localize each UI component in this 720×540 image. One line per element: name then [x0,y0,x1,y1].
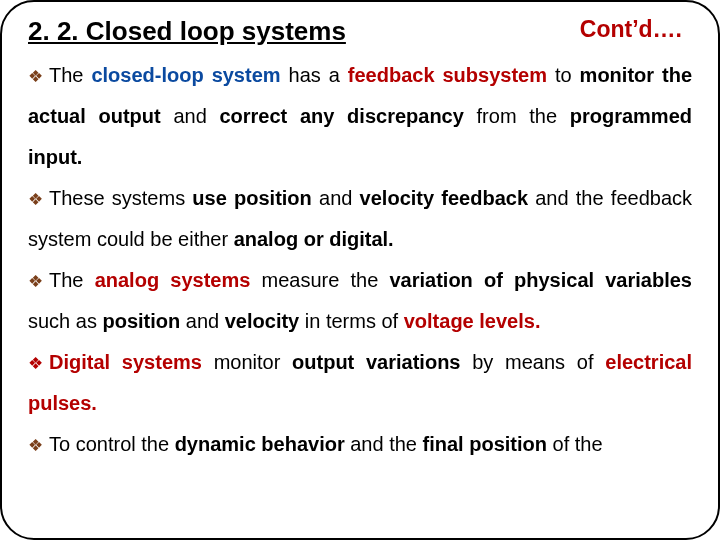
text: of the [547,433,603,455]
term-use-position: use position [192,187,311,209]
bullet-paragraph-4: ❖Digital systems monitor output variatio… [28,342,692,424]
diamond-bullet-icon: ❖ [28,60,49,95]
text: in terms of [299,310,403,332]
slide-header: 2. 2. Closed loop systems Cont’d…. [28,16,692,47]
term-velocity-feedback: velocity feedback [360,187,528,209]
term-correct-discrepancy: correct any discrepancy [219,105,463,127]
text: The [49,64,91,86]
continued-label: Cont’d…. [580,16,692,43]
diamond-bullet-icon: ❖ [28,347,49,382]
text: and [312,187,360,209]
diamond-bullet-icon: ❖ [28,265,49,300]
term-analog-or-digital: analog or digital. [234,228,394,250]
text: measure the [250,269,389,291]
text: These systems [49,187,192,209]
slide-frame: 2. 2. Closed loop systems Cont’d…. ❖The … [0,0,720,540]
text: and [161,105,220,127]
section-title: 2. 2. Closed loop systems [28,16,346,47]
term-output-variations: output variations [292,351,460,373]
text: has a [281,64,348,86]
text: and the [345,433,423,455]
term-position: position [102,310,180,332]
diamond-bullet-icon: ❖ [28,429,49,464]
term-final-position: final position [423,433,547,455]
term-closed-loop: closed-loop system [91,64,280,86]
text: and [180,310,224,332]
text: such as [28,310,102,332]
term-analog-systems: analog systems [95,269,251,291]
term-dynamic-behavior: dynamic behavior [175,433,345,455]
bullet-paragraph-2: ❖These systems use position and velocity… [28,178,692,260]
bullet-paragraph-1: ❖The closed-loop system has a feedback s… [28,55,692,178]
text: To control the [49,433,175,455]
diamond-bullet-icon: ❖ [28,183,49,218]
text: to [547,64,580,86]
term-voltage-levels: voltage levels. [404,310,541,332]
text: from the [464,105,570,127]
slide-body: ❖The closed-loop system has a feedback s… [28,55,692,465]
bullet-paragraph-5: ❖To control the dynamic behavior and the… [28,424,692,465]
term-velocity: velocity [225,310,299,332]
text: The [49,269,95,291]
term-variation-physical: variation of physical variables [389,269,692,291]
text: monitor [202,351,292,373]
term-digital-systems: Digital systems [49,351,202,373]
bullet-paragraph-3: ❖The analog systems measure the variatio… [28,260,692,342]
term-feedback-subsystem: feedback subsystem [348,64,547,86]
text: by means of [460,351,605,373]
